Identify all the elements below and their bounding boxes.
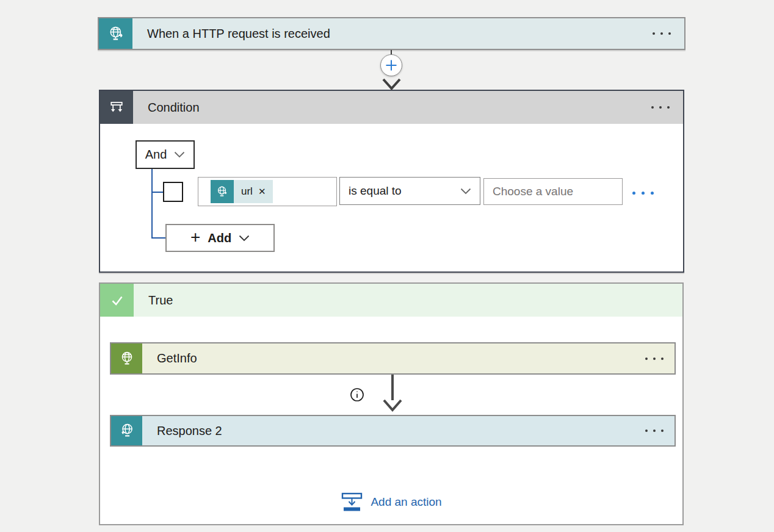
condition-row-checkbox[interactable] [163,182,183,202]
comparison-value: is equal to [349,184,402,198]
add-an-action-label: Add an action [371,495,441,509]
chevron-down-icon [239,235,250,242]
http-response-globe-icon [111,416,142,445]
condition-comparison-dropdown[interactable]: is equal to [339,177,480,205]
action-card-response-2[interactable]: Response 2 [110,415,676,447]
http-request-globe-icon [99,18,132,49]
action-title: GetInfo [157,351,197,365]
trigger-title: When a HTTP request is received [147,27,330,41]
condition-tree-line [151,169,153,238]
action-title: Response 2 [157,424,222,438]
checkmark-icon [100,284,134,317]
add-action-icon [341,492,363,511]
remove-token-icon[interactable]: ✕ [258,186,266,197]
action-connector-arrow-icon [382,375,403,415]
token-label: url [241,185,253,198]
add-button-label: Add [208,231,231,245]
condition-branch-icon [100,91,133,124]
condition-operator-dropdown[interactable]: And [136,140,195,169]
plus-icon: + [190,229,200,246]
custom-connector-globe-icon [111,343,142,373]
condition-menu-button[interactable] [651,106,670,109]
condition-right-operand-input[interactable] [483,178,623,205]
condition-operator-value: And [145,148,167,162]
action-card-getinfo[interactable]: GetInfo [110,342,676,375]
trigger-card-http-request[interactable]: When a HTTP request is received [98,17,685,50]
getinfo-menu-button[interactable] [645,358,664,360]
trigger-menu-button[interactable] [653,32,671,35]
chevron-down-icon [174,151,185,158]
condition-title: Condition [148,101,200,115]
add-condition-button[interactable]: + Add [165,224,275,252]
add-an-action-button[interactable]: Add an action [100,492,682,511]
true-branch-header[interactable]: True [100,284,682,317]
condition-tree-line [151,237,166,239]
info-icon[interactable] [350,387,364,404]
true-branch-container: True GetInfo [99,282,684,525]
condition-header[interactable]: Condition [100,91,683,124]
condition-card[interactable]: Condition And [99,90,684,273]
condition-row-menu-button[interactable] [632,192,654,195]
condition-left-operand-field[interactable]: url ✕ [198,177,337,206]
condition-tree-line [151,192,164,193]
response-2-menu-button[interactable] [645,430,664,432]
true-branch-title: True [148,293,173,307]
chevron-down-icon [460,188,471,195]
dynamic-content-token-url[interactable]: url ✕ [211,180,273,203]
flow-designer-canvas: When a HTTP request is received [0,0,774,532]
insert-step-plus-icon[interactable] [380,54,402,76]
http-request-globe-icon [211,180,234,203]
